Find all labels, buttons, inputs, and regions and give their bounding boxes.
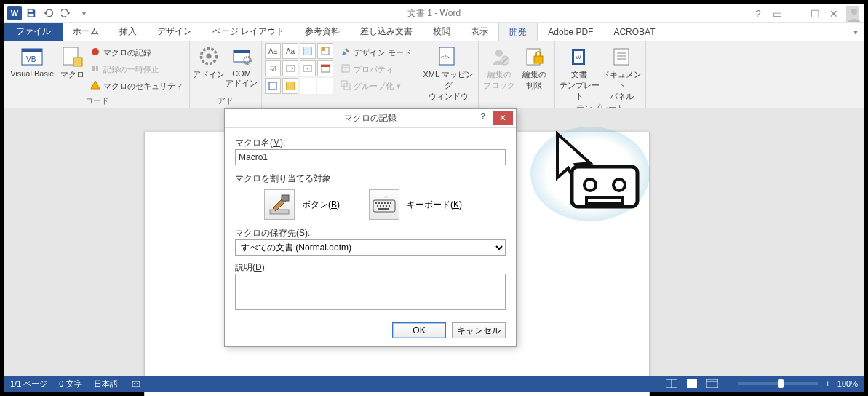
tab-insert[interactable]: 挿入 <box>109 23 147 41</box>
restrict-editing-button[interactable]: 編集の 制限 <box>517 43 552 91</box>
ribbon-options-button[interactable]: ▭ <box>771 8 784 20</box>
addins-button[interactable]: アドイン <box>193 43 225 80</box>
svg-rect-69 <box>687 379 697 388</box>
maximize-button[interactable]: ☐ <box>808 8 821 20</box>
cancel-button[interactable]: キャンセル <box>452 322 506 338</box>
view-read-mode-button[interactable] <box>665 379 678 389</box>
control-plaintext-button[interactable]: Aa <box>282 43 298 59</box>
tab-adobe-pdf[interactable]: Adobe PDF <box>538 23 603 41</box>
assign-button-button[interactable] <box>264 189 295 220</box>
status-word-count[interactable]: 0 文字 <box>59 379 81 389</box>
undo-qat-button[interactable] <box>41 5 57 21</box>
keyboard-icon <box>372 196 397 213</box>
minimize-button[interactable]: — <box>789 8 803 20</box>
assign-button-label: ボタン(B) <box>302 199 340 211</box>
svg-rect-15 <box>234 50 250 53</box>
macro-save-select[interactable]: すべての文書 (Normal.dotm) <box>235 239 506 256</box>
tab-developer[interactable]: 開発 <box>498 23 538 41</box>
control-checkbox-button[interactable]: ☑ <box>265 60 281 76</box>
document-area[interactable]: マクロの記録 ? ✕ マクロ名(M): マクロを割り当てる対象 <box>4 108 864 376</box>
svg-rect-23 <box>321 65 330 67</box>
tab-file[interactable]: ファイル <box>4 23 63 41</box>
document-template-button[interactable]: W 文書 テンプレート <box>558 43 600 102</box>
tab-home[interactable]: ホーム <box>63 23 109 41</box>
svg-point-47 <box>613 179 625 191</box>
properties-button[interactable]: プロパティ <box>338 62 415 76</box>
ok-button[interactable]: OK <box>392 322 446 338</box>
ribbon-developer: VB Visual Basic マクロ マクロの記録 <box>4 41 864 108</box>
restrict-editing-label: 編集の 制限 <box>522 69 546 91</box>
tab-mailings[interactable]: 差し込み文書 <box>350 23 423 41</box>
tab-references[interactable]: 参考資料 <box>295 23 350 41</box>
svg-point-13 <box>207 54 212 59</box>
tab-acrobat[interactable]: ACROBAT <box>603 23 665 41</box>
control-datepicker-button[interactable] <box>317 60 333 76</box>
com-addin-icon <box>230 44 253 68</box>
macro-name-input[interactable] <box>235 149 506 165</box>
tab-review[interactable]: 校閲 <box>423 23 461 41</box>
control-picture-button[interactable] <box>300 43 316 59</box>
com-addins-label: COM アドイン <box>226 69 258 89</box>
control-buildingblock-button[interactable] <box>317 43 333 59</box>
status-language[interactable]: 日本語 <box>94 379 118 389</box>
zoom-in-button[interactable]: + <box>825 379 829 388</box>
xml-mapping-button[interactable]: </> XML マッピング ウィンドウ <box>421 43 475 102</box>
svg-rect-52 <box>375 202 377 204</box>
macro-security-label: マクロのセキュリティ <box>103 81 183 92</box>
control-legacy-button[interactable] <box>282 78 298 94</box>
view-print-layout-button[interactable] <box>685 379 698 389</box>
pause-recording-button[interactable]: 記録の一時停止 <box>87 62 186 76</box>
group-controls-button[interactable]: グループ化 ▾ <box>338 79 415 93</box>
user-avatar[interactable] <box>846 6 859 22</box>
svg-rect-36 <box>534 56 543 63</box>
tab-view[interactable]: 表示 <box>461 23 498 41</box>
control-dropdown-button[interactable] <box>300 60 316 76</box>
gear-icon <box>197 44 220 68</box>
block-authors-button[interactable]: 編集の ブロック <box>482 43 517 91</box>
macros-button[interactable]: マクロ <box>57 43 87 80</box>
visual-basic-icon: VB <box>20 44 44 68</box>
dialog-title-bar[interactable]: マクロの記録 ? ✕ <box>225 109 516 128</box>
macro-security-button[interactable]: ! マクロのセキュリティ <box>87 79 186 93</box>
document-panel-icon <box>610 44 633 68</box>
save-qat-button[interactable] <box>23 5 39 21</box>
group-addin-caption: アド <box>193 95 258 108</box>
hammer-icon <box>267 192 292 217</box>
svg-rect-4 <box>22 49 42 52</box>
assign-keyboard-button[interactable] <box>369 189 399 220</box>
tab-design[interactable]: デザイン <box>147 23 202 41</box>
control-richtext-button[interactable]: Aa <box>265 43 281 59</box>
dialog-close-button[interactable]: ✕ <box>493 111 513 125</box>
help-button[interactable]: ? <box>752 8 765 20</box>
title-bar: W ▾ 文書 1 - Word ? ▭ — ☐ ✕ <box>4 4 864 23</box>
document-panel-button[interactable]: ドキュメント パネル <box>600 43 642 102</box>
document-template-icon: W <box>568 44 591 68</box>
close-button[interactable]: ✕ <box>827 8 840 20</box>
view-web-layout-button[interactable] <box>706 379 719 389</box>
zoom-level[interactable]: 100% <box>837 379 858 388</box>
warning-icon: ! <box>90 80 100 92</box>
com-addins-button[interactable]: COM アドイン <box>225 43 258 89</box>
dialog-help-button[interactable]: ? <box>475 111 491 122</box>
status-page[interactable]: 1/1 ページ <box>10 379 47 389</box>
visual-basic-button[interactable]: VB Visual Basic <box>7 43 57 78</box>
collapse-ribbon-button[interactable]: ▾ <box>853 23 864 41</box>
control-repeating-button[interactable] <box>265 78 281 94</box>
redo-qat-button[interactable] <box>58 5 74 21</box>
qat-more-button[interactable]: ▾ <box>76 5 92 21</box>
tab-page-layout[interactable]: ページ レイアウト <box>202 23 295 41</box>
control-combobox-button[interactable] <box>282 60 298 76</box>
window-controls: ? ▭ — ☐ ✕ <box>752 4 859 23</box>
status-macro-recording-icon[interactable] <box>130 379 143 389</box>
macro-description-input[interactable] <box>235 274 506 310</box>
svg-rect-57 <box>390 202 391 204</box>
group-icon <box>341 80 351 92</box>
dialog-title: マクロの記録 <box>344 112 397 124</box>
zoom-out-button[interactable]: − <box>726 379 730 388</box>
zoom-slider[interactable] <box>738 382 818 385</box>
svg-rect-9 <box>92 66 95 71</box>
record-macro-button[interactable]: マクロの記録 <box>87 45 186 60</box>
svg-point-2 <box>851 9 857 15</box>
design-mode-button[interactable]: デザイン モード <box>338 45 415 60</box>
svg-rect-1 <box>29 14 34 17</box>
